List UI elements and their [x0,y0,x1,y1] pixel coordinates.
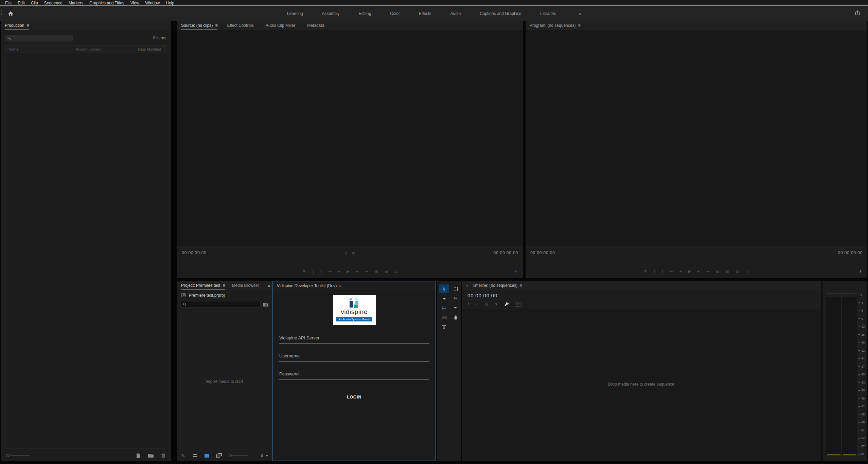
mark-in-button[interactable]: { [313,267,314,275]
workspace-tab[interactable]: Learning [287,11,303,16]
captions-icon[interactable]: CC [515,302,521,307]
production-search-input[interactable] [5,35,73,41]
panel-menu-icon[interactable]: ≡ [223,281,225,290]
step-back-button[interactable]: ◂ [338,267,340,275]
export-frame-button[interactable]: ⊡ [736,267,739,275]
timeline-playhead-timecode[interactable]: 00:00:00:00 [467,293,497,298]
chevron-down-icon[interactable]: ▾ [266,454,268,458]
monitor-tab[interactable]: Effect Controls [227,21,256,30]
timeline-drop-area[interactable]: Drop media here to create sequence. [463,309,821,460]
export-frame-button[interactable]: ⊡ [394,267,398,275]
menu-item[interactable]: Help [163,1,177,5]
rectangle-tool[interactable] [439,313,449,322]
menu-item[interactable]: Edit [15,1,28,5]
extract-button[interactable]: ⊠ [726,267,729,275]
step-forward-button[interactable]: ▸ [356,267,358,275]
snap-icon[interactable]: ∩ [476,302,479,307]
list-view-icon[interactable] [193,454,197,457]
workspace-tab[interactable]: Assembly [322,11,340,16]
go-to-out-button[interactable]: ⇥ [706,267,709,275]
menu-item[interactable]: View [127,1,142,5]
play-button[interactable]: ▶ [347,267,350,275]
linked-selection-icon[interactable]: ▨ [485,302,489,307]
menu-item[interactable]: Window [142,1,163,5]
login-button[interactable]: LOGIN [341,392,367,402]
production-item-list[interactable] [5,53,166,449]
project-empty-area[interactable]: Import media to start [180,314,268,449]
menu-item[interactable]: Markers [66,1,86,5]
project-search-input[interactable] [180,301,261,308]
monitor-tab[interactable]: Source: (no clips) ≡ [181,21,217,30]
monitor-tab[interactable]: Program: (no sequences) ≡ [530,21,580,30]
overwrite-button[interactable]: ⊟ [385,267,388,275]
close-panel-icon[interactable]: × [466,283,468,288]
column-header-cell[interactable]: Project Locked [73,46,135,53]
workspace-tab[interactable]: Audio [450,11,461,16]
new-bin-icon[interactable] [148,453,154,458]
workspace-tab[interactable]: Color [390,11,400,16]
selection-tool[interactable] [439,284,449,293]
panel-menu-icon[interactable]: ≡ [26,21,29,30]
new-project-icon[interactable] [136,453,141,458]
comparison-view-button[interactable]: ◫ [746,267,749,275]
menu-item[interactable]: Sequence [41,1,66,5]
button-editor-button[interactable]: + [514,267,517,275]
zoom-slider[interactable] [229,454,248,457]
project-tab[interactable]: Project: Premiere test ≡ [181,281,225,290]
thumbnail-zoom-slider[interactable] [6,454,30,457]
audio-meter[interactable] [826,293,857,456]
button-editor-button[interactable]: + [859,267,862,275]
insert-as-nested-icon[interactable]: ✳ [467,302,470,307]
go-to-out-button[interactable]: ⇥ [365,267,368,275]
source-viewer[interactable] [177,30,523,246]
program-viewer[interactable] [526,30,867,246]
go-to-in-button[interactable]: ⇤ [328,267,332,275]
track-select-forward-tool[interactable] [451,284,460,293]
quick-export-button[interactable] [854,10,861,16]
username-field[interactable] [279,352,429,361]
icon-view-icon[interactable] [205,454,209,458]
display-mode-icon[interactable]: ▯ [345,249,347,257]
menu-item[interactable]: Graphics and Titles [86,1,127,5]
go-to-in-button[interactable]: ⇤ [670,267,673,275]
column-header-cell[interactable]: Date Modified [135,46,166,53]
lift-button[interactable]: ⊟ [716,267,719,275]
play-button[interactable]: ▶ [688,267,691,275]
api-server-field[interactable] [279,334,429,344]
mark-in-button[interactable]: { [654,267,655,275]
tab-timeline[interactable]: Timeline: (no sequences) ≡ [472,281,522,290]
find-in-project-icon[interactable] [263,302,268,307]
monitor-tab[interactable]: Audio Clip Mixer [266,21,298,30]
delete-icon[interactable] [161,453,165,458]
panel-menu-icon[interactable]: ≡ [520,281,522,290]
tab-vidispine-toolkit[interactable]: Vidispine Developer Toolkit (Dev) ≡ [277,281,341,291]
ripple-edit-tool[interactable]: ◂▸ [439,294,449,303]
workspace-overflow-button[interactable]: » [578,11,581,16]
workspace-tab[interactable]: Captions and Graphics [480,11,521,16]
add-marker-button[interactable]: ▼ [302,267,306,275]
hand-tool[interactable] [451,313,460,322]
tab-production[interactable]: Production ≡ [5,21,29,30]
workspace-tab[interactable]: Effects [419,11,431,16]
panel-menu-icon[interactable]: ≡ [578,21,580,30]
insert-button[interactable]: ⊞ [375,267,378,275]
add-marker-icon[interactable]: ▼ [494,302,498,307]
type-tool[interactable]: T [439,322,449,331]
razor-tool[interactable]: ✂ [451,294,460,303]
freeform-view-icon[interactable] [216,454,221,457]
menu-item[interactable]: Clip [28,1,41,5]
menu-item[interactable]: File [2,1,15,5]
mark-out-button[interactable]: } [662,267,663,275]
sort-icons-icon[interactable]: ≡ [261,453,263,458]
panel-menu-icon[interactable]: ≡ [339,281,341,291]
workspace-tab[interactable]: Editing [359,11,371,16]
monitor-tab[interactable]: Metadata [307,21,326,30]
column-header-cell[interactable]: Name ↑ [6,46,73,53]
panel-menu-icon[interactable]: ≡ [215,21,217,30]
project-writable-icon[interactable]: ✎ [181,453,185,458]
playback-settings-icon[interactable]: ↹ [352,249,355,257]
breadcrumb[interactable]: Premiere test.prproj [177,290,272,299]
mark-out-button[interactable]: } [320,267,322,275]
tab-overflow-button[interactable]: » [268,283,270,288]
step-forward-button[interactable]: ▸ [697,267,699,275]
